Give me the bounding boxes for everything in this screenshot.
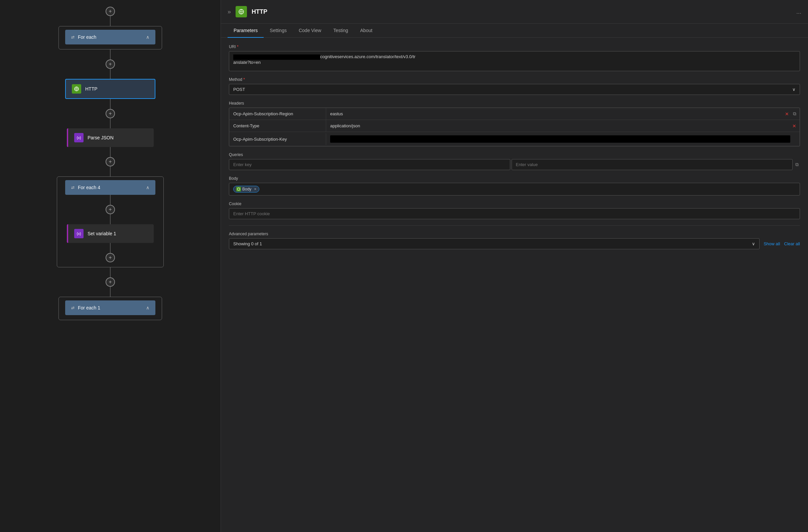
clear-all-button[interactable]: Clear all — [784, 241, 800, 246]
delete-header-1[interactable]: ✕ — [784, 111, 790, 117]
header-value-3[interactable] — [326, 132, 794, 146]
http-node-label: HTTP — [85, 86, 97, 92]
for-each-4-header[interactable]: ⇄ For each 4 ∧ — [65, 180, 155, 195]
tab-testing[interactable]: Testing — [327, 24, 354, 38]
advanced-chevron-icon: ∨ — [752, 241, 755, 246]
headers-table: Ocp-Apim-Subscription-Region eastus ✕ ⧉ … — [229, 108, 800, 146]
add-button-after-foreach4[interactable]: + — [106, 277, 115, 287]
query-value-input[interactable] — [512, 159, 793, 170]
method-select[interactable]: POST ∨ — [229, 84, 800, 95]
collapse-icon-top[interactable]: ∧ — [146, 34, 149, 40]
tabs-row: Parameters Settings Code View Testing Ab… — [221, 24, 808, 38]
queries-field: Queries ⧉ — [229, 152, 800, 170]
panel-nav-icon[interactable]: » — [227, 8, 231, 15]
headers-label: Headers — [229, 101, 800, 106]
http-node-icon — [72, 84, 81, 94]
header-row-1: Ocp-Apim-Subscription-Region eastus ✕ ⧉ — [229, 108, 800, 120]
panel-body: URI * cognitiveservices.azure.com/transl… — [221, 38, 808, 256]
tab-parameters[interactable]: Parameters — [227, 24, 264, 38]
body-tag-icon — [236, 187, 241, 191]
advanced-parameters-section: Advanced parameters Showing 0 of 1 ∨ Sho… — [229, 232, 800, 249]
tab-settings[interactable]: Settings — [264, 24, 293, 38]
headers-field: Headers Ocp-Apim-Subscription-Region eas… — [229, 101, 800, 146]
for-each-1-container: ⇄ For each 1 ∧ — [58, 297, 162, 320]
iterate-icon-4: ⇄ — [71, 185, 74, 190]
add-button-after-http[interactable]: + — [106, 109, 115, 118]
collapse-icon-1[interactable]: ∧ — [146, 305, 149, 310]
header-key-3: Ocp-Apim-Subscription-Key — [229, 133, 326, 145]
method-field: Method * POST ∨ — [229, 77, 800, 95]
iterate-icon-1: ⇄ — [71, 306, 74, 310]
for-each-4-label: For each 4 — [78, 185, 100, 190]
body-field: Body Body × — [229, 176, 800, 196]
uri-label: URI * — [229, 44, 800, 49]
advanced-params-label: Advanced parameters — [229, 232, 800, 236]
queries-label: Queries — [229, 152, 800, 157]
copy-header-1[interactable]: ⧉ — [792, 110, 797, 117]
advanced-params-select[interactable]: Showing 0 of 1 ∨ — [229, 238, 759, 249]
add-button-end-foreach4[interactable]: + — [106, 253, 115, 262]
panel-more-icon[interactable]: ... — [796, 8, 801, 15]
for-each-1-label: For each 1 — [78, 305, 100, 310]
for-each-top-header[interactable]: ⇄ For each ∧ — [65, 30, 155, 44]
copy-query-button[interactable]: ⧉ — [794, 160, 800, 169]
collapse-icon-4[interactable]: ∧ — [146, 185, 149, 190]
tab-about[interactable]: About — [354, 24, 379, 38]
panel-header: » HTTP ... — [221, 0, 808, 24]
header-actions-1: ✕ ⧉ — [782, 110, 800, 117]
cookie-label: Cookie — [229, 202, 800, 206]
add-button-after-parse-json[interactable]: + — [106, 157, 115, 166]
add-button-inside-foreach4[interactable]: + — [106, 205, 115, 214]
set-variable-1-label: Set variable 1 — [88, 231, 116, 236]
query-key-input[interactable] — [229, 159, 510, 170]
add-button-after-foreach-top[interactable]: + — [106, 59, 115, 69]
body-label: Body — [229, 176, 800, 181]
advanced-params-row: Showing 0 of 1 ∨ Show all Clear all — [229, 238, 800, 249]
divider — [229, 225, 800, 225]
chevron-down-icon: ∨ — [792, 87, 796, 92]
header-actions-2: ✕ — [789, 123, 800, 129]
set-variable-icon: {x} — [74, 229, 84, 238]
method-label: Method * — [229, 77, 800, 82]
header-row-3: Ocp-Apim-Subscription-Key — [229, 132, 800, 146]
for-each-top-label: For each — [78, 34, 96, 40]
header-value-2: application/json — [326, 120, 789, 132]
for-each-4-container: ⇄ For each 4 ∧ + {x} Set variable 1 + — [57, 177, 164, 267]
cookie-input[interactable] — [229, 208, 800, 219]
right-panel: » HTTP ... Parameters Settings Code View… — [221, 0, 808, 532]
body-tag[interactable]: Body × — [233, 186, 259, 192]
set-variable-1-node[interactable]: {x} Set variable 1 — [67, 224, 154, 243]
cookie-field: Cookie — [229, 202, 800, 219]
header-value-1: eastus — [326, 108, 782, 120]
uri-input[interactable]: cognitiveservices.azure.com/translator/t… — [229, 51, 800, 71]
show-all-button[interactable]: Show all — [764, 241, 780, 246]
svg-point-4 — [237, 188, 240, 190]
panel-title-icon — [236, 6, 247, 17]
parse-json-node[interactable]: {x} Parse JSON — [67, 128, 154, 147]
header-key-2: Content-Type — [229, 120, 326, 132]
iterate-icon-top: ⇄ — [71, 35, 74, 39]
parse-json-label: Parse JSON — [88, 135, 114, 140]
body-tag-label: Body — [242, 187, 251, 191]
for-each-top-container: ⇄ For each ∧ — [58, 26, 162, 50]
flow-canvas: + ⇄ For each ∧ + HTTP + {x} Par — [0, 0, 221, 532]
top-add-button[interactable]: + — [106, 7, 115, 16]
panel-title: HTTP — [252, 8, 792, 15]
body-tag-close[interactable]: × — [254, 187, 256, 191]
body-input-area[interactable]: Body × — [229, 183, 800, 196]
for-each-1-header[interactable]: ⇄ For each 1 ∧ — [65, 300, 155, 315]
advanced-params-showing: Showing 0 of 1 — [233, 241, 262, 246]
parse-json-icon: {x} — [74, 133, 84, 142]
header-key-1: Ocp-Apim-Subscription-Region — [229, 108, 326, 120]
http-node[interactable]: HTTP — [65, 79, 155, 99]
delete-header-2[interactable]: ✕ — [792, 123, 797, 129]
header-row-2: Content-Type application/json ✕ — [229, 120, 800, 132]
tab-code-view[interactable]: Code View — [293, 24, 327, 38]
uri-field: URI * cognitiveservices.azure.com/transl… — [229, 44, 800, 71]
